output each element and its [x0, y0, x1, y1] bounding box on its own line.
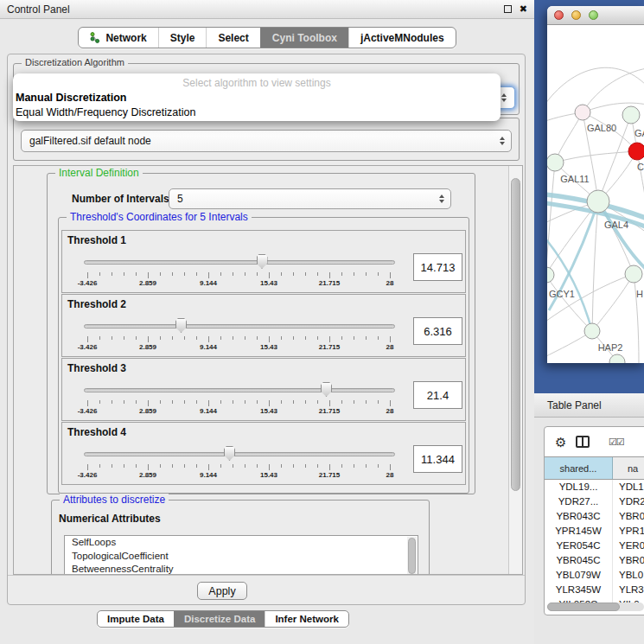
threshold-value-field[interactable]: 11.344 [413, 445, 462, 473]
slider-tick [112, 464, 112, 468]
network-node[interactable] [622, 106, 640, 124]
tab-cyni-toolbox[interactable]: Cyni Toolbox [260, 28, 348, 48]
slider-tick [305, 400, 306, 404]
slider-tick [354, 336, 354, 340]
table-data-combo[interactable]: galFiltered.sif default node [21, 130, 512, 152]
tab-impute-data[interactable]: Impute Data [98, 611, 174, 627]
network-canvas[interactable]: GAL80GACGAL11GAL4GCY1HHAP2 [547, 25, 644, 363]
cell-shared-name: YBR043C [545, 509, 613, 524]
table-row[interactable]: YLR345WYLR3 [545, 583, 644, 597]
slider-track[interactable] [84, 452, 395, 456]
float-window-icon[interactable] [504, 5, 512, 13]
gear-icon[interactable]: ⚙ [555, 436, 566, 449]
network-edge [555, 151, 637, 163]
network-node-label: GA [634, 128, 644, 138]
network-desktop: GAL80GACGAL11GAL4GCY1HHAP2 [534, 0, 644, 393]
slider-tick-label: 21.715 [319, 343, 340, 351]
slider-tick-label: 9.144 [200, 471, 217, 479]
table-row[interactable]: YER054CYER0 [545, 539, 644, 553]
attribute-list-item[interactable]: BetweennessCentrality [65, 563, 418, 575]
apply-button[interactable]: Apply [197, 582, 247, 600]
slider-tick [317, 464, 318, 468]
slider-track[interactable] [84, 388, 395, 392]
control-panel-titlebar: Control Panel ✖ [0, 0, 534, 19]
slider-tick [220, 336, 221, 340]
slider-tick [245, 336, 245, 340]
table-row[interactable]: YBL079WYBL0 [545, 568, 644, 583]
slider-tick-label: 21.715 [319, 407, 340, 415]
threshold-value-field[interactable]: 14.713 [413, 253, 462, 281]
zoom-traffic-light-icon[interactable] [589, 10, 598, 20]
network-node[interactable] [628, 143, 644, 160]
threshold-slider[interactable]: -3.4262.8599.14415.4321.71528 [84, 445, 395, 481]
tab-select[interactable]: Select [206, 28, 259, 48]
numerical-attributes-list[interactable]: SelfLoopsTopologicalCoefficientBetweenne… [64, 535, 418, 575]
attributes-scrollbar[interactable] [407, 537, 417, 575]
threshold-value-field[interactable]: 21.4 [413, 381, 462, 409]
slider-tick [329, 464, 330, 470]
threshold-slider[interactable]: -3.4262.8599.14415.4321.71528 [84, 317, 395, 354]
slider-thumb[interactable] [224, 446, 235, 461]
network-node[interactable] [587, 190, 609, 213]
table-row[interactable]: YDL19...YDL1 [545, 480, 644, 494]
columns-icon[interactable] [576, 436, 590, 448]
slider-tick [112, 336, 112, 340]
network-node[interactable] [547, 267, 554, 283]
number-of-intervals-combo[interactable]: 5 [169, 188, 451, 209]
attribute-list-item[interactable]: TopologicalCoefficient [65, 550, 418, 564]
tab-infer-network[interactable]: Infer Network [265, 611, 348, 627]
threshold-slider[interactable]: -3.4262.8599.14415.4321.71528 [84, 381, 395, 418]
table-row[interactable]: YDR27...YDR2 [545, 494, 644, 509]
tab-style[interactable]: Style [158, 28, 207, 48]
algorithm-option-manual[interactable]: Manual Discretization [16, 92, 127, 104]
checkboxes-icon[interactable]: ☑☑ [609, 437, 624, 448]
minimize-traffic-light-icon[interactable] [571, 10, 581, 20]
network-node[interactable] [547, 154, 564, 171]
table-rows: YDL19...YDL1YDR27...YDR2YBR043CYBR0YPR14… [545, 480, 644, 603]
algorithm-option-equal-width[interactable]: Equal Width/Frequency Discretization [16, 106, 195, 118]
settings-scrollpane: Interval Definition Number of Intervals … [13, 165, 523, 575]
slider-thumb[interactable] [257, 254, 268, 269]
slider-tick [245, 464, 245, 468]
table-row[interactable]: YBR045CYBR0 [545, 553, 644, 568]
slider-track[interactable] [84, 260, 395, 265]
slider-tick-label: 9.144 [200, 407, 217, 415]
column-header-name[interactable]: na [613, 457, 644, 479]
tab-label: Style [170, 32, 195, 44]
network-node[interactable] [584, 323, 600, 339]
slider-thumb[interactable] [321, 382, 332, 397]
panel-title: Control Panel [7, 3, 70, 16]
tab-label: Select [218, 32, 248, 44]
slider-tick-label: 28 [386, 343, 394, 351]
cell-name: YDL1 [613, 480, 644, 494]
network-node[interactable] [575, 105, 590, 120]
table-horizontal-scrollbar[interactable] [547, 603, 644, 611]
table-hscrollbar-thumb[interactable] [547, 603, 620, 611]
slider-tick [136, 336, 137, 340]
threshold-slider[interactable]: -3.4262.8599.14415.4321.71528 [84, 253, 395, 290]
slider-track[interactable] [84, 324, 395, 328]
slider-tick [317, 336, 318, 340]
slider-tick [136, 464, 137, 468]
threshold-value-field[interactable]: 6.316 [413, 317, 462, 345]
close-icon[interactable]: ✖ [520, 4, 527, 14]
attribute-list-item[interactable]: SelfLoops [65, 536, 418, 550]
cell-shared-name: YPR145W [545, 524, 613, 539]
network-node[interactable] [625, 265, 642, 283]
tab-jactivemnodules[interactable]: jActiveMNodules [348, 28, 456, 48]
apply-row: Apply [8, 575, 525, 605]
tab-discretize-data[interactable]: Discretize Data [174, 611, 265, 627]
close-traffic-light-icon[interactable] [554, 10, 564, 20]
slider-thumb[interactable] [175, 318, 187, 333]
settings-scrollbar-thumb[interactable] [511, 178, 520, 491]
network-node[interactable] [609, 354, 625, 363]
attributes-scrollbar-thumb[interactable] [408, 538, 416, 574]
table-row[interactable]: YPR145WYPR1 [545, 524, 644, 539]
cell-shared-name: YBR045C [545, 553, 613, 568]
attributes-group-label: Attributes to discretize [60, 494, 169, 506]
table-data-combo-value: galFiltered.sif default node [29, 135, 151, 147]
settings-vertical-scrollbar[interactable] [508, 166, 522, 574]
table-row[interactable]: YBR043CYBR0 [545, 509, 644, 524]
tab-network[interactable]: Network [79, 28, 157, 48]
column-header-shared-name[interactable]: shared... [545, 457, 613, 479]
